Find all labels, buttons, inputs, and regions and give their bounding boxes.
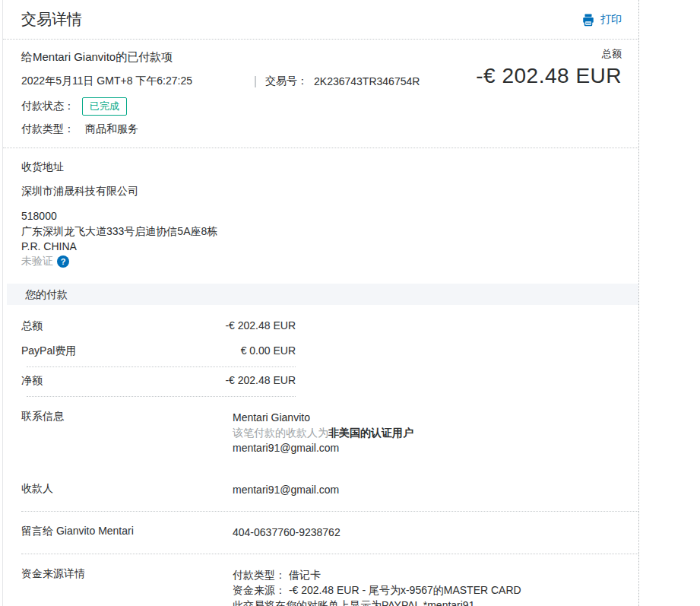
funding-statement-line: 此交易将在您的对账单上显示为PAYPAL *mentari91 bbox=[233, 598, 620, 606]
transaction-details-card: 交易详情 打印 给Mentari Gianvito的已付款项 2022年5月11… bbox=[2, 0, 639, 606]
payment-type-row: 付款类型： 商品和服务 bbox=[21, 122, 620, 136]
total-amount-block: 总额 -€ 202.48 EUR bbox=[476, 47, 622, 88]
shipping-address-section: 收货地址 深圳市浦晟科技有限公司 518000 广东深圳龙飞大道333号启迪协信… bbox=[3, 148, 638, 284]
table-row: 净额 -€ 202.48 EUR bbox=[21, 367, 296, 396]
contact-name: Mentari Gianvito bbox=[233, 410, 620, 425]
shipping-postal: 518000 bbox=[21, 208, 620, 224]
contact-email: mentari91@gmail.com bbox=[233, 440, 620, 455]
shipping-country: P.R. CHINA bbox=[21, 239, 620, 254]
shipping-address-title: 收货地址 bbox=[21, 160, 620, 174]
payment-status-row: 付款状态： 已完成 bbox=[21, 97, 620, 116]
amount-row-value: € 0.00 EUR bbox=[241, 344, 296, 358]
contact-note-bold: 非美国的认证用户 bbox=[328, 427, 413, 439]
message-row: 留言给 Gianvito Mentari 404-0637760-9238762 bbox=[3, 512, 638, 554]
payment-amount-table: 总额 -€ 202.48 EUR PayPal费用 € 0.00 EUR 净额 … bbox=[3, 305, 296, 397]
page-header: 交易详情 打印 bbox=[3, 0, 638, 40]
printer-icon bbox=[581, 13, 595, 27]
address-verification-status: 未验证 ? bbox=[21, 255, 620, 268]
shipping-street: 广东深圳龙飞大道333号启迪协信5A座8栋 bbox=[21, 224, 620, 239]
payment-type-value: 商品和服务 bbox=[85, 122, 138, 135]
amount-row-label: 净额 bbox=[21, 374, 43, 388]
message-value: 404-0637760-9238762 bbox=[233, 525, 620, 540]
payee-email: mentari91@gmail.com bbox=[233, 482, 620, 497]
print-button[interactable]: 打印 bbox=[581, 13, 622, 27]
amount-row-label: PayPal费用 bbox=[21, 344, 76, 358]
contact-info-label: 联系信息 bbox=[21, 410, 233, 455]
help-question-icon[interactable]: ? bbox=[57, 255, 69, 268]
unverified-label: 未验证 bbox=[21, 255, 53, 268]
shipping-company: 深圳市浦晟科技有限公司 bbox=[21, 185, 620, 198]
transaction-id-value: 2K236743TR346754R bbox=[314, 75, 420, 87]
payment-type-label: 付款类型： bbox=[21, 122, 74, 135]
vertical-divider bbox=[255, 76, 256, 87]
print-button-label: 打印 bbox=[600, 13, 622, 27]
your-payment-section-header: 您的付款 bbox=[7, 284, 638, 305]
funding-source-label: 资金来源详情 bbox=[21, 567, 233, 606]
funding-source-row: 资金来源详情 付款类型： 借记卡 资金来源： -€ 202.48 EUR - 尾… bbox=[3, 554, 638, 606]
contact-note-gray: 该笔付款的收款人为 bbox=[233, 427, 328, 439]
payment-status-label: 付款状态： bbox=[21, 100, 74, 113]
transaction-summary: 给Mentari Gianvito的已付款项 2022年5月11日 GMT+8 … bbox=[3, 40, 638, 136]
table-row: PayPal费用 € 0.00 EUR bbox=[21, 341, 296, 366]
payee-row: 收款人 mentari91@gmail.com bbox=[3, 469, 638, 511]
table-row: 总额 -€ 202.48 EUR bbox=[21, 316, 296, 341]
contact-info-row: 联系信息 Mentari Gianvito 该笔付款的收款人为非美国的认证用户 … bbox=[3, 397, 638, 469]
transaction-date: 2022年5月11日 GMT+8 下午6:27:25 bbox=[21, 75, 192, 88]
total-amount: -€ 202.48 EUR bbox=[476, 64, 622, 88]
amount-row-value: -€ 202.48 EUR bbox=[225, 374, 296, 388]
funding-source-line: 资金来源： -€ 202.48 EUR - 尾号为x-9567的MASTER C… bbox=[233, 582, 620, 598]
funding-source-details: 付款类型： 借记卡 资金来源： -€ 202.48 EUR - 尾号为x-956… bbox=[233, 567, 620, 606]
transaction-id-label: 交易号： bbox=[265, 75, 308, 88]
total-label: 总额 bbox=[476, 47, 622, 61]
payee-label: 收款人 bbox=[21, 482, 233, 497]
message-label: 留言给 Gianvito Mentari bbox=[21, 525, 233, 540]
contact-info-value: Mentari Gianvito 该笔付款的收款人为非美国的认证用户 menta… bbox=[233, 410, 620, 455]
page-title: 交易详情 bbox=[21, 9, 82, 30]
amount-row-label: 总额 bbox=[21, 319, 43, 333]
contact-note: 该笔付款的收款人为非美国的认证用户 bbox=[233, 425, 620, 440]
status-badge: 已完成 bbox=[82, 97, 127, 116]
amount-row-value: -€ 202.48 EUR bbox=[225, 319, 296, 333]
funding-payment-type: 付款类型： 借记卡 bbox=[233, 567, 620, 582]
